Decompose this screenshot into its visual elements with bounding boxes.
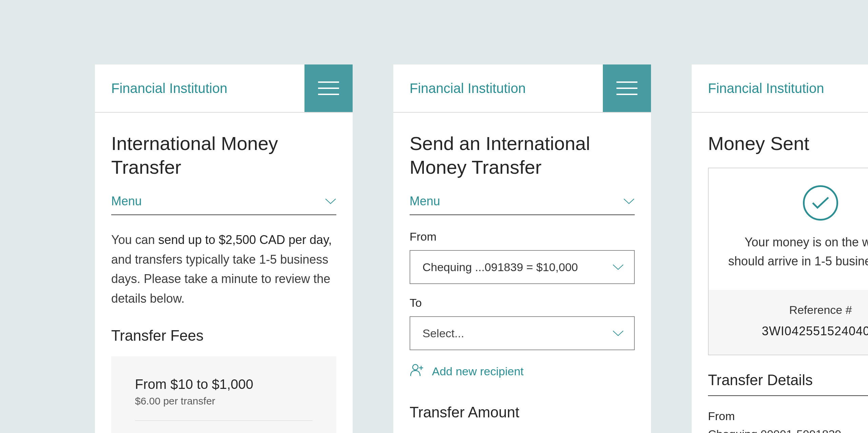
- hamburger-icon: [616, 81, 637, 83]
- brand-title: Financial Institution: [95, 64, 304, 112]
- page-title: International Money Transfer: [111, 132, 336, 179]
- menu-dropdown[interactable]: Menu: [111, 194, 336, 215]
- topbar: Financial Institution: [692, 64, 868, 113]
- hamburger-menu-button[interactable]: [304, 64, 353, 112]
- menu-dropdown[interactable]: Menu: [410, 194, 635, 215]
- fee-tier: From $1,000 to $2,500 $10.00 per transfe…: [135, 420, 313, 433]
- success-check-icon: [803, 185, 838, 221]
- to-recipient-placeholder: Select...: [422, 327, 464, 340]
- chevron-down-icon: [325, 198, 336, 205]
- details-heading: Transfer Details: [708, 372, 868, 396]
- menu-label: Menu: [410, 194, 440, 208]
- screen-transfer-info: Financial Institution International Mone…: [95, 64, 353, 433]
- hamburger-icon: [318, 81, 339, 83]
- from-account-select[interactable]: Chequing ...091839 = $10,000: [410, 250, 635, 284]
- topbar: Financial Institution: [393, 64, 651, 113]
- to-recipient-select[interactable]: Select...: [410, 316, 635, 350]
- add-recipient-link[interactable]: Add new recipient: [410, 362, 635, 380]
- detail-from-account: Chequing 00001-5091839: [708, 426, 868, 433]
- brand-title: Financial Institution: [393, 64, 603, 112]
- confirmation-top: Your money is on the way. It should arri…: [709, 168, 868, 290]
- page-title: Money Sent: [708, 132, 868, 155]
- hamburger-menu-button[interactable]: [603, 64, 651, 112]
- from-account-value: Chequing ...091839 = $10,000: [422, 261, 578, 274]
- chevron-down-icon: [612, 264, 624, 270]
- reference-label: Reference #: [715, 303, 868, 317]
- intro-text: You can send up to $2,500 CAD per day, a…: [111, 230, 336, 308]
- add-user-icon: [410, 362, 425, 380]
- fee-tier-cost: $6.00 per transfer: [135, 395, 313, 407]
- fee-tier: From $10 to $1,000 $6.00 per transfer: [135, 377, 313, 420]
- svg-point-0: [413, 364, 418, 370]
- fees-heading: Transfer Fees: [111, 327, 336, 344]
- topbar: Financial Institution: [95, 64, 353, 113]
- from-label: From: [410, 230, 635, 243]
- page-title: Send an International Money Transfer: [410, 132, 635, 179]
- reference-box: Reference # 3WI042551524040N: [709, 290, 868, 355]
- confirmation-card: Your money is on the way. It should arri…: [708, 168, 868, 355]
- add-recipient-label: Add new recipient: [432, 365, 524, 378]
- fees-box: From $10 to $1,000 $6.00 per transfer Fr…: [111, 356, 336, 433]
- amount-heading: Transfer Amount: [410, 404, 635, 421]
- menu-label: Menu: [111, 194, 142, 208]
- fee-tier-range: From $10 to $1,000: [135, 377, 313, 392]
- screen-money-sent: Financial Institution Money Sent Your mo…: [692, 64, 868, 433]
- chevron-down-icon: [623, 198, 635, 205]
- screen-send-transfer: Financial Institution Send an Internatio…: [393, 64, 651, 433]
- chevron-down-icon: [612, 330, 624, 337]
- detail-from-label: From: [708, 410, 868, 423]
- reference-value: 3WI042551524040N: [715, 324, 868, 338]
- brand-title: Financial Institution: [692, 64, 868, 112]
- confirmation-message: Your money is on the way. It should arri…: [725, 233, 868, 271]
- to-label: To: [410, 296, 635, 309]
